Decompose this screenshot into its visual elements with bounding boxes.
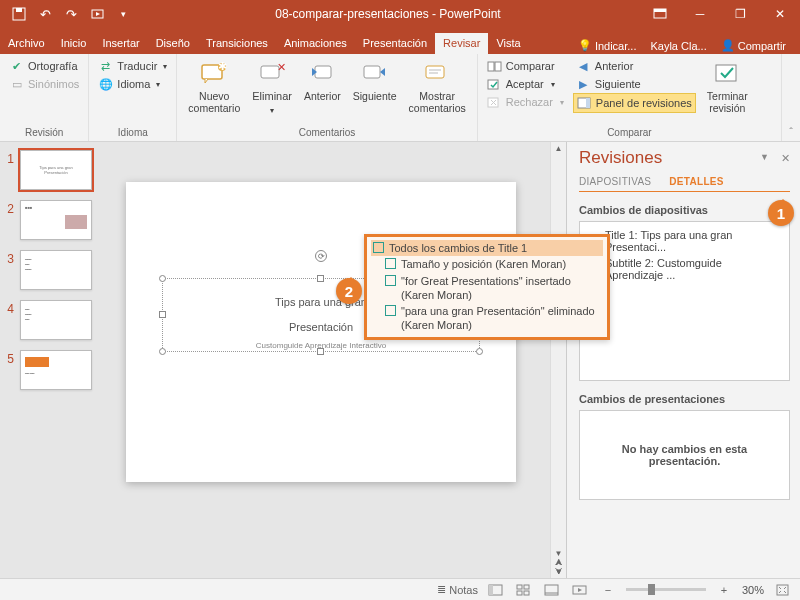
accept-icon (487, 77, 502, 91)
minimize-icon[interactable]: ─ (680, 0, 720, 28)
panel-icon (577, 96, 592, 110)
group-comentarios-label: Comentarios (183, 127, 470, 140)
revisions-title: Revisiones (579, 148, 662, 168)
save-icon[interactable] (6, 1, 32, 27)
change-row[interactable]: Tamaño y posición (Karen Moran) (371, 256, 603, 272)
svg-rect-28 (517, 591, 522, 595)
language-button[interactable]: 🌐Idioma▾ (95, 75, 163, 93)
change-row[interactable]: "for Great Presentations" insertado (Kar… (371, 273, 603, 304)
tab-animaciones[interactable]: Animaciones (276, 33, 355, 54)
thumb-1[interactable]: Tips para una granPresentación (20, 150, 92, 190)
revision-item[interactable]: Subtitle 2: Customguide Aprendizaje ... (586, 255, 783, 283)
slide-thumbnails: 1Tips para una granPresentación 2■■■ 3━━… (0, 142, 100, 578)
tab-archivo[interactable]: Archivo (0, 33, 53, 54)
resize-handle[interactable] (317, 275, 324, 282)
close-icon[interactable]: ✕ (760, 0, 800, 28)
tell-me[interactable]: 💡Indicar... (574, 37, 641, 54)
tab-inicio[interactable]: Inicio (53, 33, 95, 54)
view-normal-icon[interactable] (486, 582, 506, 598)
panel-menu-icon[interactable]: ▼ (760, 152, 769, 165)
zoom-out-icon[interactable]: − (598, 582, 618, 598)
group-revision-label: Revisión (6, 127, 82, 140)
end-review-icon (712, 59, 742, 89)
tab-diseno[interactable]: Diseño (148, 33, 198, 54)
show-comments-button[interactable]: Mostrar comentarios (404, 57, 471, 116)
change-all-row[interactable]: Todos los cambios de Title 1 (371, 240, 603, 256)
resize-handle[interactable] (317, 348, 324, 355)
rotate-handle-icon[interactable]: ⟳ (315, 250, 327, 262)
tab-detalles[interactable]: DETALLES (669, 176, 723, 187)
slide-canvas[interactable]: ⟳ Tips para una granPresentación Customg… (100, 142, 550, 578)
tab-transiciones[interactable]: Transiciones (198, 33, 276, 54)
undo-icon[interactable]: ↶ (32, 1, 58, 27)
prev-slide-icon[interactable]: ⮝ (555, 558, 563, 567)
next-change-button[interactable]: ▶Siguiente (573, 75, 696, 93)
view-sorter-icon[interactable] (514, 582, 534, 598)
comment-new-icon: ✱ (199, 59, 229, 89)
user-account[interactable]: Kayla Cla... (646, 38, 710, 54)
compare-button[interactable]: Comparar (484, 57, 567, 75)
fit-window-icon[interactable] (772, 582, 792, 598)
svg-rect-15 (488, 62, 494, 71)
notes-button[interactable]: ≣Notas (437, 582, 478, 598)
change-row[interactable]: "para una gran Presentación" eliminado (… (371, 303, 603, 334)
zoom-handle[interactable] (648, 584, 655, 595)
accept-button[interactable]: Aceptar▾ (484, 75, 567, 93)
delete-comment-button[interactable]: ✕Eliminar▾ (247, 57, 297, 117)
panel-close-icon[interactable]: ✕ (781, 152, 790, 165)
tab-vista[interactable]: Vista (488, 33, 528, 54)
titlebar: ↶ ↷ ▾ 08-comparar-presentaciones - Power… (0, 0, 800, 28)
thumb-num: 1 (4, 150, 14, 166)
abc-check-icon: ✔ (9, 59, 24, 73)
zoom-level[interactable]: 30% (742, 584, 764, 596)
ribbon-options-icon[interactable] (640, 0, 680, 28)
tab-insertar[interactable]: Insertar (94, 33, 147, 54)
tab-revisar[interactable]: Revisar (435, 33, 488, 54)
resize-handle[interactable] (159, 275, 166, 282)
redo-icon[interactable]: ↷ (58, 1, 84, 27)
scroll-down-icon[interactable]: ▼ (555, 549, 563, 558)
spelling-button[interactable]: ✔Ortografía (6, 57, 81, 75)
zoom-slider[interactable] (626, 588, 706, 591)
revisions-panel-button[interactable]: Panel de revisiones (573, 93, 696, 113)
thumb-3[interactable]: ━━━━━━━━ (20, 250, 92, 290)
view-slideshow-icon[interactable] (570, 582, 590, 598)
thumb-4[interactable]: ━━━━━━━ (20, 300, 92, 340)
new-comment-button[interactable]: ✱Nuevo comentario (183, 57, 245, 116)
qat-more-icon[interactable]: ▾ (110, 1, 136, 27)
resize-handle[interactable] (476, 348, 483, 355)
next-slide-icon[interactable]: ⮟ (555, 567, 563, 576)
scroll-up-icon[interactable]: ▲ (555, 144, 563, 153)
collapse-ribbon-icon[interactable]: ˆ (782, 54, 800, 141)
scrollbar-vertical[interactable]: ▲ ▼ ⮝ ⮟ (550, 142, 566, 578)
prev-change-button[interactable]: ◀Anterior (573, 57, 696, 75)
svg-rect-16 (495, 62, 501, 71)
checkbox-icon[interactable] (385, 275, 396, 286)
tab-diapositivas[interactable]: DIAPOSITIVAS (579, 176, 651, 187)
end-review-button[interactable]: Terminar revisión (702, 57, 753, 116)
thumb-2[interactable]: ■■■ (20, 200, 92, 240)
svg-rect-26 (517, 585, 522, 589)
checkbox-icon[interactable] (385, 305, 396, 316)
checkbox-icon[interactable] (385, 258, 396, 269)
thumb-5[interactable]: ━━ ━━ (20, 350, 92, 390)
restore-icon[interactable]: ❐ (720, 0, 760, 28)
next-comment-button[interactable]: Siguiente (348, 57, 402, 104)
translate-button[interactable]: ⇄Traducir▾ (95, 57, 170, 75)
svg-text:✱: ✱ (218, 62, 227, 72)
checkbox-icon[interactable] (373, 242, 384, 253)
svg-rect-27 (524, 585, 529, 589)
tab-presentacion[interactable]: Presentación (355, 33, 435, 54)
start-slideshow-icon[interactable] (84, 1, 110, 27)
prev-comment-button[interactable]: Anterior (299, 57, 346, 104)
notes-icon: ≣ (437, 583, 446, 596)
share-button[interactable]: 👤Compartir (717, 37, 790, 54)
zoom-in-icon[interactable]: + (714, 582, 734, 598)
reject-button: Rechazar▾ (484, 93, 567, 111)
group-comparar-label: Comparar (484, 127, 775, 140)
resize-handle[interactable] (159, 311, 166, 318)
title-line2: Presentación (289, 321, 353, 333)
revision-item[interactable]: Title 1: Tips para una gran Presentaci..… (586, 227, 783, 255)
resize-handle[interactable] (159, 348, 166, 355)
view-reading-icon[interactable] (542, 582, 562, 598)
